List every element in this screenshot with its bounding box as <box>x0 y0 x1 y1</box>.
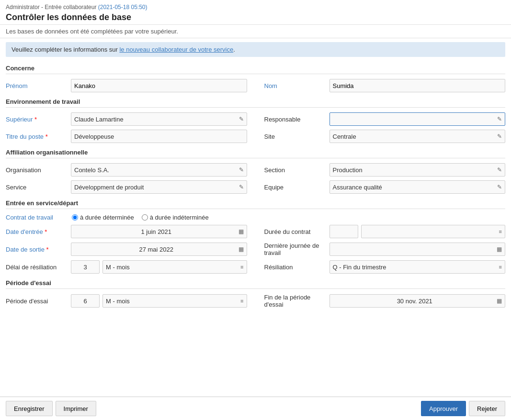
input-section[interactable]: Production ✎ <box>329 163 506 177</box>
input-periode-value[interactable]: 6 <box>71 294 100 308</box>
periode-unit-list-icon[interactable]: ≡ <box>240 298 243 304</box>
label-delai: Délai de résiliation <box>6 264 68 271</box>
approuver-button[interactable]: Approuver <box>421 401 466 416</box>
input-duree-unit[interactable]: ≡ <box>361 225 506 238</box>
imprimer-button[interactable]: Imprimer <box>56 401 96 416</box>
superieur-value: Claude Lamartine <box>74 116 124 123</box>
input-duree-value[interactable] <box>329 225 358 238</box>
delai-value: 3 <box>83 264 87 271</box>
resiliation-value: Q - Fin du trimestre <box>333 264 386 271</box>
section-concerne: Concerne Prénom Nom <box>0 61 511 94</box>
label-periode: Période d'essai <box>6 298 68 305</box>
radio-determinee-input[interactable] <box>72 214 78 221</box>
date-sortie-calendar-icon[interactable]: ▦ <box>238 246 244 253</box>
date-sortie-value: 27 mai 2022 <box>74 246 238 253</box>
notice-box: Veuillez compléter les informations sur … <box>6 42 505 57</box>
section-env-travail-title: Environnement de travail <box>6 94 505 108</box>
radio-duree-determinee[interactable]: à durée déterminée <box>72 214 134 221</box>
input-superieur[interactable]: Claude Lamartine ✎ <box>71 112 247 126</box>
header: Administrator - Entrée collaborateur (20… <box>0 0 511 24</box>
duree-unit-list-icon[interactable]: ≡ <box>499 229 502 234</box>
resiliation-list-icon[interactable]: ≡ <box>499 264 502 270</box>
periode-unit-value: M - mois <box>106 298 130 305</box>
label-titre: Titre du poste * <box>6 133 68 140</box>
group-service: Service Développment de produit ✎ <box>6 180 247 194</box>
radio-duree-indeterminee[interactable]: à durée indéterminée <box>142 214 209 221</box>
group-prenom: Prénom <box>6 79 247 92</box>
page-wrapper: Administrator - Entrée collaborateur (20… <box>0 0 511 420</box>
fin-periode-value: 30 nov. 2021 <box>333 298 497 305</box>
input-equipe[interactable]: Assurance qualité ✎ <box>329 180 506 194</box>
group-organisation: Organisation Contelo S.A. ✎ <box>6 163 247 177</box>
row-delai-resiliation: Délai de résiliation 3 M - mois ≡ Résili… <box>6 258 505 276</box>
titre-value: Développeuse <box>74 133 114 140</box>
responsable-edit-icon[interactable]: ✎ <box>497 116 502 122</box>
input-responsable[interactable]: ✎ <box>329 112 506 126</box>
site-value: Centrale <box>333 133 356 140</box>
input-service[interactable]: Développment de produit ✎ <box>71 180 247 194</box>
fin-periode-calendar-icon[interactable]: ▦ <box>497 298 502 304</box>
equipe-value: Assurance qualité <box>333 184 382 191</box>
label-service: Service <box>6 184 68 191</box>
section-periode-essai: Période d'essai Période d'essai 6 M - mo… <box>0 276 511 310</box>
row-titre-site: Titre du poste * Développeuse Site Centr… <box>6 128 505 145</box>
input-nom[interactable] <box>329 79 506 92</box>
page-title: Contrôler les données de base <box>6 12 505 22</box>
section-concerne-title: Concerne <box>6 61 505 74</box>
header-meta-date: (2021-05-18 05:50) <box>98 4 148 11</box>
group-date-entree: Date d'entrée * 1 juin 2021 ▦ <box>6 225 247 238</box>
label-nom: Nom <box>264 82 327 89</box>
row-service-equipe: Service Développment de produit ✎ Equipe… <box>6 178 505 196</box>
input-derniere-journee[interactable]: ▦ <box>329 243 506 256</box>
derniere-journee-calendar-icon[interactable]: ▦ <box>497 246 502 253</box>
group-titre: Titre du poste * Développeuse <box>6 130 247 143</box>
row-contrat: Contrat de travail à durée déterminée à … <box>6 212 505 223</box>
rejeter-button[interactable]: Rejeter <box>469 401 505 416</box>
input-delai-value[interactable]: 3 <box>71 260 100 274</box>
service-edit-icon[interactable]: ✎ <box>239 184 244 190</box>
periode-value: 6 <box>83 298 87 305</box>
input-date-entree[interactable]: 1 juin 2021 ▦ <box>71 225 247 238</box>
label-derniere-journee: Dernière journée de travail <box>264 242 327 256</box>
notice-text-after: . <box>233 46 235 53</box>
radio-indeterminee-input[interactable] <box>142 214 148 221</box>
input-resiliation[interactable]: Q - Fin du trimestre ≡ <box>329 260 506 274</box>
prenom-field[interactable] <box>74 82 244 89</box>
date-entree-value: 1 juin 2021 <box>74 228 238 235</box>
input-prenom[interactable] <box>71 79 247 92</box>
group-date-sortie: Date de sortie * 27 mai 2022 ▦ <box>6 243 247 256</box>
content-area: Administrator - Entrée collaborateur (20… <box>0 0 511 339</box>
label-fin-periode: Fin de la période d'essai <box>264 294 327 308</box>
contrat-radio-group: à durée déterminée à durée indéterminée <box>72 214 209 221</box>
nom-field[interactable] <box>333 82 502 89</box>
section-edit-icon[interactable]: ✎ <box>497 166 502 173</box>
input-site[interactable]: Centrale ✎ <box>329 130 506 143</box>
group-derniere-journee: Dernière journée de travail ▦ <box>264 242 506 256</box>
label-organisation: Organisation <box>6 166 68 174</box>
enregistrer-button[interactable]: Enregistrer <box>6 401 53 416</box>
section-periode-essai-title: Période d'essai <box>6 276 505 289</box>
label-responsable: Responsable <box>264 116 327 123</box>
input-organisation[interactable]: Contelo S.A. ✎ <box>71 163 247 177</box>
equipe-edit-icon[interactable]: ✎ <box>497 184 502 190</box>
label-superieur: Supérieur * <box>6 116 68 123</box>
group-fin-periode: Fin de la période d'essai 30 nov. 2021 ▦ <box>264 294 506 308</box>
input-periode-unit[interactable]: M - mois ≡ <box>102 294 247 308</box>
section-entree: Entrée en service/départ Contrat de trav… <box>0 196 511 276</box>
site-edit-icon[interactable]: ✎ <box>497 133 502 140</box>
delai-unit-list-icon[interactable]: ≡ <box>240 264 243 270</box>
row-date-entree-duree: Date d'entrée * 1 juin 2021 ▦ Durée du c… <box>6 223 505 240</box>
label-section: Section <box>264 166 327 174</box>
input-fin-periode[interactable]: 30 nov. 2021 ▦ <box>329 294 506 308</box>
date-entree-calendar-icon[interactable]: ▦ <box>238 228 244 235</box>
notice-link[interactable]: le nouveau collaborateur de votre servic… <box>119 46 233 53</box>
group-superieur: Supérieur * Claude Lamartine ✎ <box>6 112 247 126</box>
input-titre[interactable]: Développeuse <box>71 130 247 143</box>
label-contrat: Contrat de travail <box>6 214 68 221</box>
row-organisation-section: Organisation Contelo S.A. ✎ Section Prod… <box>6 161 505 178</box>
input-date-sortie[interactable]: 27 mai 2022 ▦ <box>71 243 247 256</box>
input-delai-unit[interactable]: M - mois ≡ <box>102 260 247 274</box>
superieur-edit-icon[interactable]: ✎ <box>239 116 244 122</box>
organisation-edit-icon[interactable]: ✎ <box>239 166 244 173</box>
info-bar: Les bases de données ont été complétées … <box>0 24 511 38</box>
